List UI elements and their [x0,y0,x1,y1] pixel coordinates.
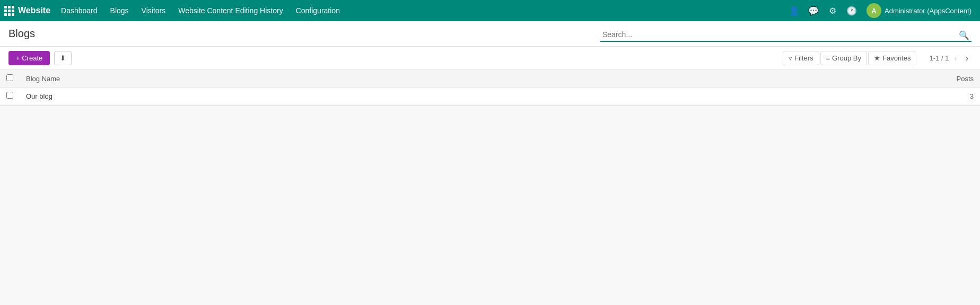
toolbar: + Create ⬇ ▿ Filters ≡ Group By ★ Favori… [0,47,980,70]
filter-group: ▿ Filters ≡ Group By ★ Favorites [783,51,916,65]
row-checkbox-cell [0,88,20,105]
header-checkbox-cell [0,70,20,88]
filters-button[interactable]: ▿ Filters [783,51,819,65]
create-button[interactable]: + Create [8,51,50,65]
nav-content-history[interactable]: Website Content Editing History [172,0,289,21]
header-posts[interactable]: Posts [948,70,980,88]
favorites-label: Favorites [882,54,911,62]
nav-blogs[interactable]: Blogs [104,0,135,21]
avatar: A [867,3,881,18]
table-row[interactable]: Our blog 3 [0,88,980,105]
groupby-button[interactable]: ≡ Group By [820,51,868,65]
brand-name: Website [18,6,50,15]
export-button[interactable]: ⬇ [54,51,72,65]
pagination-prev[interactable]: ‹ [951,53,960,64]
blogs-table: Blog Name Posts Our blog 3 [0,70,980,105]
pagination-info: 1-1 / 1 [929,54,949,62]
users-icon[interactable]: 👤 [786,2,803,19]
filter-icon: ▿ [789,54,792,62]
lower-content [0,105,980,285]
table-header: Blog Name Posts [0,70,980,88]
table-body: Our blog 3 [0,88,980,105]
user-menu[interactable]: A Administrator (AppsContent) [862,0,976,21]
search-icon[interactable]: 🔍 [959,30,969,40]
user-label: Administrator (AppsContent) [885,7,972,15]
brand-logo[interactable]: Website [4,6,50,15]
row-posts: 3 [948,88,980,105]
nav-menu: Dashboard Blogs Visitors Website Content… [55,0,786,21]
favorites-button[interactable]: ★ Favorites [868,51,916,65]
pagination: 1-1 / 1 ‹ › [929,53,972,64]
groupby-icon: ≡ [826,54,830,62]
page-title: Blogs [8,28,35,46]
clock-icon[interactable]: 🕐 [843,2,860,19]
top-navigation: Website Dashboard Blogs Visitors Website… [0,0,980,21]
header-blog-name[interactable]: Blog Name [20,70,948,88]
row-blog-name[interactable]: Our blog [20,88,948,105]
topnav-right: 👤 💬 ⚙ 🕐 A Administrator (AppsContent) [786,0,976,21]
connections-icon[interactable]: ⚙ [824,2,841,19]
chat-icon[interactable]: 💬 [805,2,822,19]
content-area: Blogs 🔍 + Create ⬇ ▿ Filters ≡ Group By … [0,21,980,105]
select-all-checkbox[interactable] [6,74,13,81]
grid-icon [4,6,14,15]
pagination-next[interactable]: › [962,53,972,64]
star-icon: ★ [874,54,880,62]
nav-visitors[interactable]: Visitors [135,0,172,21]
filters-label: Filters [794,54,813,62]
search-input[interactable] [600,28,972,42]
row-checkbox[interactable] [6,92,13,99]
nav-configuration[interactable]: Configuration [290,0,346,21]
page-header: Blogs 🔍 [0,21,980,47]
groupby-label: Group By [832,54,861,62]
nav-dashboard[interactable]: Dashboard [55,0,104,21]
search-wrapper: 🔍 [600,28,972,42]
